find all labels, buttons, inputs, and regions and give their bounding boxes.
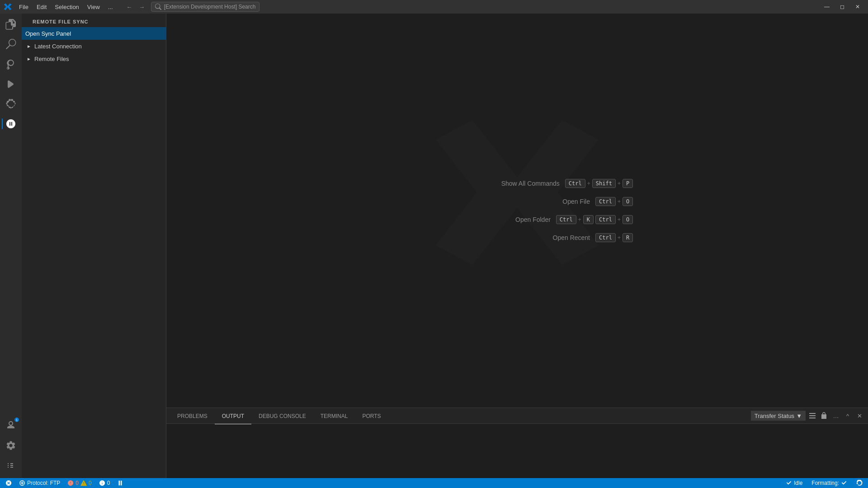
status-x-icon-item[interactable]: [4, 478, 14, 488]
status-protocol-label: Protocol: FTP: [27, 480, 60, 486]
title-bar-left: File Edit Selection View ... ← → [Extens…: [4, 1, 259, 12]
kbd-ctrl-2: Ctrl: [595, 197, 616, 206]
menu-bar: File Edit Selection View ...: [15, 3, 117, 11]
account-badge: 1: [14, 418, 19, 422]
kbd-shift: Shift: [592, 179, 616, 188]
chevron-down-icon: ▼: [796, 413, 802, 419]
kbd-o: O: [623, 197, 633, 206]
sidebar-item-remote-files[interactable]: ► Remote Files: [22, 52, 166, 65]
panel-tab-problems[interactable]: PROBLEMS: [170, 408, 215, 424]
sidebar-title: REMOTE FILE SYNC: [22, 14, 166, 27]
shortcut-keys-open-folder: Ctrl + K Ctrl + O: [556, 215, 633, 224]
account-icon: [5, 420, 16, 431]
status-bar-left: Protocol: FTP 0 0 0: [4, 478, 125, 488]
warning-count-icon: [80, 480, 87, 486]
check-formatting-icon: [841, 480, 847, 486]
shortcut-keys-open-recent: Ctrl + R: [595, 233, 633, 242]
status-formatting[interactable]: Formatting:: [810, 478, 849, 488]
shortcut-row-open-file: Open File Ctrl + O: [531, 197, 633, 206]
panel-lock-btn[interactable]: [819, 411, 829, 421]
panel-maximize-btn[interactable]: ^: [843, 411, 853, 421]
status-errors[interactable]: 0 0: [66, 478, 93, 488]
status-formatting-label: Formatting:: [811, 480, 839, 486]
error-count: 0: [75, 480, 79, 486]
status-sync[interactable]: [854, 478, 864, 488]
status-info[interactable]: 0: [97, 478, 112, 488]
search-placeholder: [Extension Development Host] Search: [164, 4, 256, 10]
activity-explorer[interactable]: [2, 15, 20, 33]
menu-more[interactable]: ...: [104, 3, 117, 11]
menu-selection[interactable]: Selection: [51, 3, 82, 11]
panel-actions: Transfer Status ▼ … ^: [751, 411, 864, 421]
chevron-right-icon: ►: [25, 42, 33, 50]
warning-count: 0: [89, 480, 92, 486]
activity-source-control[interactable]: [2, 55, 20, 73]
search-icon: [155, 4, 161, 10]
status-bar-right: Idle Formatting:: [784, 478, 864, 488]
activity-settings[interactable]: [2, 436, 20, 455]
nav-back[interactable]: ←: [124, 1, 135, 12]
minimize-button[interactable]: —: [820, 0, 834, 14]
maximize-button[interactable]: ◻: [835, 0, 849, 14]
panel-close-btn[interactable]: ✕: [854, 411, 864, 421]
settings-icon: [5, 440, 16, 451]
panel-content: [166, 424, 868, 478]
sidebar-label-latest-connection: Latest Connection: [34, 43, 162, 50]
menu-file[interactable]: File: [15, 3, 32, 11]
nav-forward[interactable]: →: [137, 1, 147, 12]
menu-view[interactable]: View: [84, 3, 104, 11]
activity-remote-sync[interactable]: [2, 115, 20, 133]
sidebar-item-open-sync-panel[interactable]: Open Sync Panel: [22, 27, 166, 40]
kbd-r: R: [623, 233, 633, 242]
check-icon: [786, 480, 792, 486]
welcome-shortcuts: Show All Commands Ctrl + Shift + P Open …: [492, 179, 633, 242]
activity-search[interactable]: [2, 35, 20, 53]
kbd-ctrl-5: Ctrl: [595, 233, 616, 242]
error-count-icon: [67, 480, 74, 486]
extensions-icon: [5, 99, 16, 109]
source-control-icon: [5, 59, 16, 70]
activity-port-forward[interactable]: [2, 456, 20, 474]
activity-extensions[interactable]: [2, 95, 20, 113]
panel-tab-debug-console[interactable]: DEBUG CONSOLE: [251, 408, 313, 424]
remote-sync-icon: [5, 118, 16, 129]
panel-list-view-btn[interactable]: [807, 411, 817, 421]
shortcut-label-open-file: Open File: [531, 198, 590, 205]
kbd-ctrl-1: Ctrl: [565, 179, 585, 188]
sidebar-item-latest-connection[interactable]: ► Latest Connection: [22, 40, 166, 52]
files-icon: [5, 19, 16, 30]
transfer-status-dropdown[interactable]: Transfer Status ▼: [751, 411, 806, 421]
shortcut-row-open-recent: Open Recent Ctrl + R: [531, 233, 633, 242]
sidebar-label-open-sync: Open Sync Panel: [25, 30, 162, 37]
info-count: 0: [107, 480, 110, 486]
search-bar[interactable]: [Extension Development Host] Search: [151, 2, 260, 12]
status-protocol-ftp[interactable]: Protocol: FTP: [17, 478, 62, 488]
panel-tab-ports[interactable]: PORTS: [355, 408, 388, 424]
main-layout: 1 REMOTE FILE SYNC Open Sync Panel ► Lat…: [0, 14, 868, 478]
activity-run[interactable]: [2, 75, 20, 93]
panel-more-actions-btn[interactable]: …: [831, 411, 841, 421]
info-count-icon: [99, 480, 105, 486]
pause-icon: [117, 480, 123, 486]
window-controls: — ◻ ✕: [820, 0, 864, 14]
activity-account[interactable]: 1: [2, 417, 20, 435]
close-button[interactable]: ✕: [851, 0, 864, 14]
panel-tab-terminal[interactable]: TERMINAL: [313, 408, 355, 424]
kbd-o2: O: [623, 215, 633, 224]
status-idle[interactable]: Idle: [784, 478, 804, 488]
kbd-k: K: [583, 215, 594, 224]
sidebar: REMOTE FILE SYNC Open Sync Panel ► Lates…: [22, 14, 166, 478]
menu-edit[interactable]: Edit: [33, 3, 50, 11]
chevron-right-icon-2: ►: [25, 55, 33, 62]
shortcut-keys-open-file: Ctrl + O: [595, 197, 633, 206]
panel-area: PROBLEMS OUTPUT DEBUG CONSOLE TERMINAL P…: [166, 408, 868, 478]
kbd-ctrl-3: Ctrl: [556, 215, 576, 224]
panel-tab-output[interactable]: OUTPUT: [215, 408, 251, 424]
run-icon: [5, 79, 16, 89]
activity-bar-bottom: 1: [2, 417, 20, 478]
kbd-ctrl-4: Ctrl: [595, 215, 616, 224]
pause-button[interactable]: [115, 480, 125, 486]
shortcut-label-show-commands: Show All Commands: [501, 180, 560, 187]
port-forward-icon: [7, 462, 14, 469]
status-bar: Protocol: FTP 0 0 0: [0, 478, 868, 488]
